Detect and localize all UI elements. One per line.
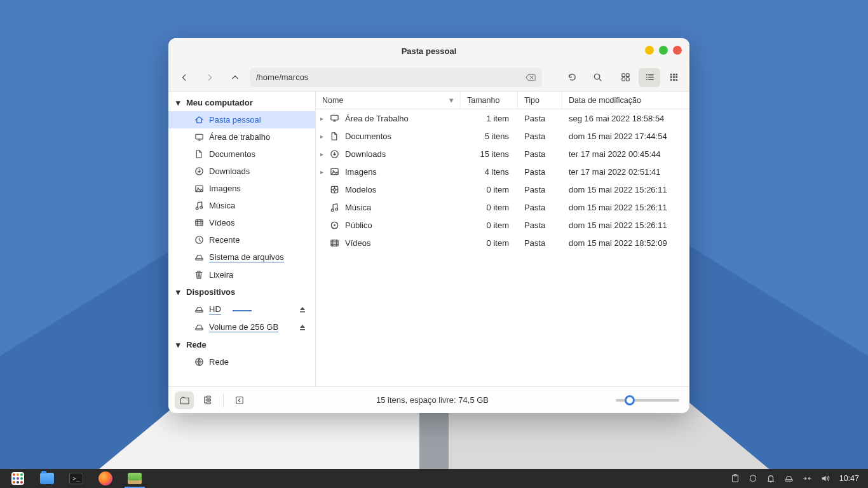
disk-icon [194, 323, 204, 331]
svg-rect-49 [207, 399, 210, 401]
sidebar-item-disk[interactable]: Sistema de arquivos [168, 248, 315, 266]
back-button[interactable] [173, 68, 195, 87]
file-size: 1 item [461, 114, 518, 123]
taskbar-terminal-button[interactable]: >_ [62, 469, 90, 488]
sidebar-section-network[interactable]: ▾ Rede [168, 336, 315, 353]
file-size: 4 itens [461, 167, 518, 177]
places-toggle-button[interactable] [175, 391, 194, 409]
taskbar-files-button[interactable] [33, 469, 61, 488]
svg-rect-50 [207, 402, 210, 404]
file-name: Imagens [341, 167, 461, 177]
sidebar-item-music[interactable]: Música [168, 197, 315, 214]
file-row[interactable]: Vídeos0 itemPastadom 15 mai 2022 18:52:0… [316, 234, 689, 252]
svg-rect-47 [330, 240, 337, 245]
clipboard-tray-icon[interactable] [731, 474, 740, 483]
file-type: Pasta [518, 167, 562, 177]
svg-rect-17 [673, 76, 675, 78]
up-button[interactable] [224, 68, 246, 87]
svg-rect-16 [670, 76, 672, 78]
svg-rect-8 [621, 78, 625, 81]
file-type: Pasta [518, 114, 562, 123]
eject-icon[interactable] [299, 306, 306, 313]
file-name: Documentos [341, 132, 461, 141]
maximize-button[interactable] [659, 46, 668, 55]
sidebar-section-devices[interactable]: ▾ Dispositivos [168, 283, 315, 301]
refresh-button[interactable] [561, 68, 583, 87]
file-name: Downloads [341, 149, 461, 159]
taskbar-firefox-button[interactable] [92, 469, 119, 488]
sidebar-item-videos[interactable]: Vídeos [168, 214, 315, 231]
file-row[interactable]: ▸Área de Trabalho1 itemPastaseg 16 mai 2… [316, 109, 689, 127]
file-row[interactable]: ▸Downloads15 itensPastater 17 mai 2022 0… [316, 145, 689, 163]
file-name: Vídeos [341, 238, 461, 248]
sidebar-item-downloads[interactable]: Downloads [168, 163, 315, 180]
forward-button[interactable] [199, 68, 220, 87]
tree-toggle-button[interactable] [198, 391, 217, 409]
sidebar-network-network[interactable]: Rede [168, 353, 315, 370]
applications-menu-button[interactable] [4, 469, 32, 488]
file-list-pane: Nome ▾ Tamanho Tipo Data de modificação … [316, 92, 689, 386]
file-row[interactable]: ▸Documentos5 itensPastadom 15 mai 2022 1… [316, 127, 689, 145]
column-header-type[interactable]: Tipo [518, 92, 562, 109]
file-type: Pasta [518, 132, 562, 141]
music-icon [194, 201, 204, 210]
close-button[interactable] [673, 46, 682, 55]
zoom-slider[interactable] [616, 399, 679, 402]
sidebar-item-trash[interactable]: Lixeira [168, 266, 315, 283]
column-header-size[interactable]: Tamanho [461, 92, 518, 109]
svg-point-31 [201, 259, 202, 259]
desktop-icon [194, 133, 204, 142]
chevron-down-icon: ▾ [176, 340, 182, 349]
column-header-name[interactable]: Nome ▾ [316, 92, 461, 109]
sidepane-toggle-button[interactable] [230, 391, 249, 409]
file-row[interactable]: Música0 itemPastadom 15 mai 2022 15:26:1… [316, 198, 689, 216]
minimize-button[interactable] [645, 46, 654, 55]
file-row[interactable]: ▸Imagens4 itensPastater 17 mai 2022 02:5… [316, 163, 689, 180]
sidebar-item-documents[interactable]: Documentos [168, 146, 315, 163]
expander-icon[interactable]: ▸ [316, 151, 327, 158]
notifications-tray-icon[interactable] [766, 474, 775, 483]
window-controls [645, 46, 682, 55]
taskbar-filemanager-button[interactable] [121, 469, 149, 488]
sidebar-device-disk[interactable]: HD [168, 301, 315, 318]
file-name: Área de Trabalho [341, 114, 461, 123]
expander-icon[interactable]: ▸ [316, 133, 327, 140]
search-button[interactable] [587, 68, 608, 87]
expander-icon[interactable]: ▸ [316, 115, 327, 122]
file-type: Pasta [518, 149, 562, 159]
sidebar-item-label: Rede [209, 357, 229, 367]
firefox-icon [98, 471, 112, 485]
sidebar-item-desktop[interactable]: Área de trabalho [168, 128, 315, 146]
eject-icon[interactable] [299, 323, 306, 331]
taskbar-clock[interactable]: 10:47 [839, 474, 859, 483]
sidebar-item-label: Imagens [209, 184, 241, 193]
public-icon [327, 220, 341, 230]
volume-tray-icon[interactable] [821, 474, 831, 483]
sidebar-section-computer[interactable]: ▾ Meu computador [168, 94, 315, 111]
path-bar[interactable]: /home/marcos [250, 68, 542, 87]
sidebar-item-label: Recente [209, 235, 240, 245]
compact-view-button[interactable] [663, 68, 684, 87]
shield-tray-icon[interactable] [749, 474, 757, 483]
file-row[interactable]: Modelos0 itemPastadom 15 mai 2022 15:26:… [316, 180, 689, 198]
sidebar-item-home[interactable]: Pasta pessoal [168, 111, 315, 128]
file-row[interactable]: Público0 itemPastadom 15 mai 2022 15:26:… [316, 216, 689, 234]
list-view-button[interactable] [639, 68, 660, 87]
recent-icon [194, 235, 204, 245]
disk-tray-icon[interactable] [784, 475, 794, 482]
expander-icon[interactable]: ▸ [316, 168, 327, 175]
column-header-date[interactable]: Data de modificação [562, 92, 689, 109]
disk-icon [194, 254, 204, 261]
svg-rect-7 [626, 74, 629, 77]
clear-path-icon[interactable] [526, 73, 536, 82]
sidebar-item-recent[interactable]: Recente [168, 231, 315, 248]
trash-icon [194, 270, 204, 280]
sidebar-device-disk[interactable]: Volume de 256 GB [168, 318, 315, 336]
icon-view-button[interactable] [614, 68, 636, 87]
titlebar[interactable]: Pasta pessoal [168, 38, 689, 64]
status-bar: 15 itens, espaço livre: 74,5 GB [168, 386, 689, 413]
sidebar-item-images[interactable]: Imagens [168, 180, 315, 197]
status-text: 15 itens, espaço livre: 74,5 GB [253, 395, 612, 405]
file-type: Pasta [518, 238, 562, 248]
network-tray-icon[interactable] [803, 475, 812, 482]
